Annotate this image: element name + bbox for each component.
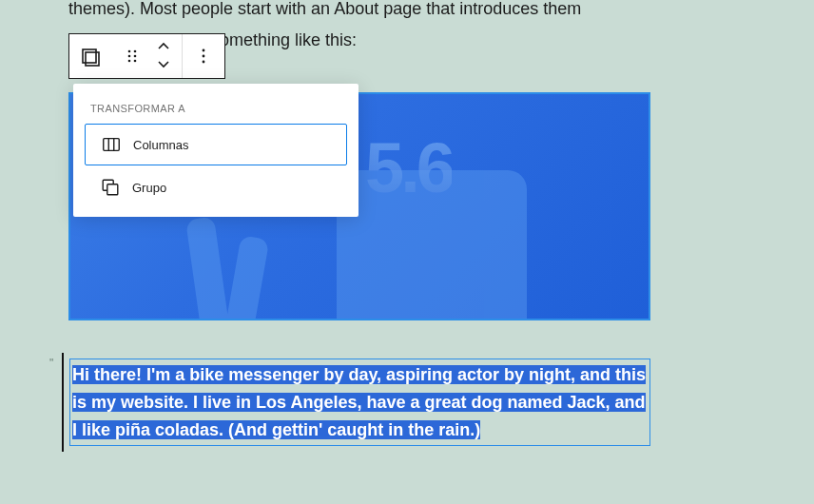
move-down-button[interactable] [156,56,171,73]
transform-option-label: Columnas [133,138,189,152]
transform-header: TRANSFORMAR A [73,91,359,122]
svg-point-4 [128,55,131,58]
svg-point-5 [134,55,137,58]
block-type-button[interactable] [73,39,107,73]
svg-rect-15 [107,184,118,195]
transform-option-grupo[interactable]: Grupo [85,167,347,207]
svg-point-8 [203,49,205,52]
cover-icon [79,45,102,68]
quote-block[interactable]: " Hi there! I'm a bike messenger by day,… [62,353,650,452]
columns-icon [101,134,122,155]
svg-rect-11 [104,139,120,151]
svg-rect-0 [83,49,96,63]
svg-point-3 [134,50,137,53]
move-up-button[interactable] [156,39,171,56]
drag-handle-icon [121,45,144,68]
svg-point-10 [203,61,205,64]
quote-selection: Hi there! I'm a bike messenger by day, a… [69,359,650,446]
more-options-icon [192,45,215,68]
transform-option-columnas[interactable]: Columnas [85,124,347,165]
body-paragraph-line1: themes). Most people start with an About… [0,0,814,23]
cover-version-number: 5.6 [365,127,452,208]
move-buttons [149,39,178,73]
more-options-button[interactable] [186,39,221,73]
chevron-up-icon [156,41,171,52]
chevron-down-icon [156,58,171,69]
drag-handle[interactable] [115,39,149,73]
transform-option-label: Grupo [132,181,166,195]
block-toolbar [68,33,225,79]
svg-point-7 [134,60,137,63]
svg-rect-1 [86,52,99,66]
svg-point-2 [128,50,131,53]
svg-point-9 [203,55,205,58]
quote-text[interactable]: Hi there! I'm a bike messenger by day, a… [72,365,646,439]
group-icon [100,177,121,198]
transform-dropdown: TRANSFORMAR A Columnas Grupo [73,84,359,217]
svg-point-6 [128,60,131,63]
quote-mark: " [49,357,53,370]
